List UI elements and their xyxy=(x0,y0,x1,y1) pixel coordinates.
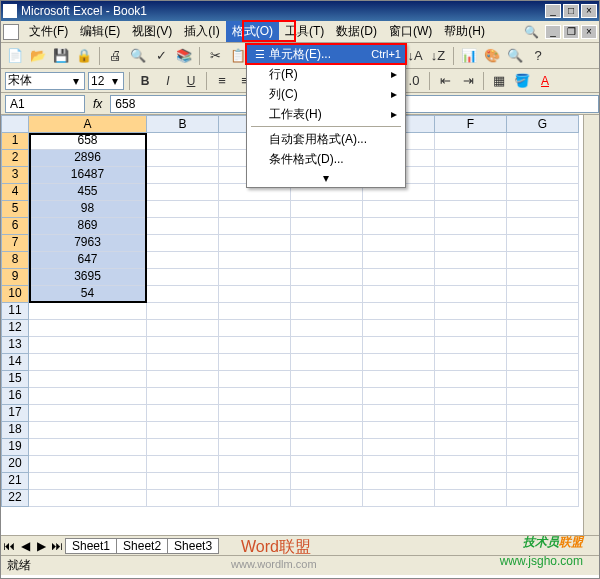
fill-color-icon[interactable]: 🪣 xyxy=(512,71,532,91)
cell-A2[interactable]: 2896 xyxy=(29,150,147,167)
cell-E7[interactable] xyxy=(363,235,435,252)
cell-D9[interactable] xyxy=(291,269,363,286)
menu-edit[interactable]: 编辑(E) xyxy=(74,21,126,42)
row-header-14[interactable]: 14 xyxy=(1,354,29,371)
cell-F10[interactable] xyxy=(435,286,507,303)
cell-F17[interactable] xyxy=(435,405,507,422)
menu-view[interactable]: 视图(V) xyxy=(126,21,178,42)
menu-help[interactable]: 帮助(H) xyxy=(438,21,491,42)
select-all-corner[interactable] xyxy=(1,115,29,133)
menu-file[interactable]: 文件(F) xyxy=(23,21,74,42)
col-header-A[interactable]: A xyxy=(29,115,147,133)
cell-D10[interactable] xyxy=(291,286,363,303)
cell-A15[interactable] xyxy=(29,371,147,388)
zoom-icon[interactable]: 🔍 xyxy=(505,46,525,66)
tab-sheet1[interactable]: Sheet1 xyxy=(65,538,117,554)
sort-desc-icon[interactable]: ↓Z xyxy=(428,46,448,66)
decrease-decimal-icon[interactable]: .0 xyxy=(404,71,424,91)
cell-D5[interactable] xyxy=(291,201,363,218)
cell-C22[interactable] xyxy=(219,490,291,507)
cell-G1[interactable] xyxy=(507,133,579,150)
font-color-icon[interactable]: A xyxy=(535,71,555,91)
cell-A6[interactable]: 869 xyxy=(29,218,147,235)
cell-D20[interactable] xyxy=(291,456,363,473)
cell-F19[interactable] xyxy=(435,439,507,456)
doc-close-button[interactable]: × xyxy=(581,25,597,39)
tab-last-icon[interactable]: ⏭ xyxy=(49,539,65,553)
cell-G6[interactable] xyxy=(507,218,579,235)
cell-E12[interactable] xyxy=(363,320,435,337)
cell-B21[interactable] xyxy=(147,473,219,490)
cell-A8[interactable]: 647 xyxy=(29,252,147,269)
align-left-icon[interactable]: ≡ xyxy=(212,71,232,91)
cell-F1[interactable] xyxy=(435,133,507,150)
cell-A11[interactable] xyxy=(29,303,147,320)
doc-restore-button[interactable]: ❐ xyxy=(563,25,579,39)
help-icon[interactable]: ? xyxy=(528,46,548,66)
col-header-B[interactable]: B xyxy=(147,115,219,133)
drawing-icon[interactable]: 🎨 xyxy=(482,46,502,66)
cell-G2[interactable] xyxy=(507,150,579,167)
cell-C7[interactable] xyxy=(219,235,291,252)
cell-E6[interactable] xyxy=(363,218,435,235)
cell-E14[interactable] xyxy=(363,354,435,371)
cell-B14[interactable] xyxy=(147,354,219,371)
spell-icon[interactable]: ✓ xyxy=(151,46,171,66)
cell-A1[interactable]: 658 xyxy=(29,133,147,150)
cell-E9[interactable] xyxy=(363,269,435,286)
cell-A16[interactable] xyxy=(29,388,147,405)
row-header-17[interactable]: 17 xyxy=(1,405,29,422)
vertical-scrollbar[interactable] xyxy=(583,115,599,535)
cell-G13[interactable] xyxy=(507,337,579,354)
cell-F13[interactable] xyxy=(435,337,507,354)
cell-D13[interactable] xyxy=(291,337,363,354)
cell-E22[interactable] xyxy=(363,490,435,507)
menu-item-row[interactable]: 行(R)▸ xyxy=(247,64,405,84)
cell-A22[interactable] xyxy=(29,490,147,507)
cell-A5[interactable]: 98 xyxy=(29,201,147,218)
row-header-5[interactable]: 5 xyxy=(1,201,29,218)
cell-A12[interactable] xyxy=(29,320,147,337)
tab-next-icon[interactable]: ▶ xyxy=(33,539,49,553)
cell-C10[interactable] xyxy=(219,286,291,303)
cell-D11[interactable] xyxy=(291,303,363,320)
cell-C19[interactable] xyxy=(219,439,291,456)
cell-D6[interactable] xyxy=(291,218,363,235)
row-header-16[interactable]: 16 xyxy=(1,388,29,405)
cell-B4[interactable] xyxy=(147,184,219,201)
cell-A7[interactable]: 7963 xyxy=(29,235,147,252)
cell-A4[interactable]: 455 xyxy=(29,184,147,201)
font-name-combo[interactable]: 宋体▾ xyxy=(5,72,85,90)
cell-G22[interactable] xyxy=(507,490,579,507)
cell-G15[interactable] xyxy=(507,371,579,388)
new-icon[interactable]: 📄 xyxy=(5,46,25,66)
menu-data[interactable]: 数据(D) xyxy=(330,21,383,42)
cell-B11[interactable] xyxy=(147,303,219,320)
borders-icon[interactable]: ▦ xyxy=(489,71,509,91)
cell-F9[interactable] xyxy=(435,269,507,286)
menu-item-condformat[interactable]: 条件格式(D)... xyxy=(247,149,405,169)
cell-E17[interactable] xyxy=(363,405,435,422)
menu-insert[interactable]: 插入(I) xyxy=(178,21,225,42)
cell-B6[interactable] xyxy=(147,218,219,235)
italic-icon[interactable]: I xyxy=(158,71,178,91)
preview-icon[interactable]: 🔍 xyxy=(128,46,148,66)
cell-F6[interactable] xyxy=(435,218,507,235)
workbook-icon[interactable] xyxy=(3,24,19,40)
cell-C5[interactable] xyxy=(219,201,291,218)
menu-item-autoformat[interactable]: 自动套用格式(A)... xyxy=(247,129,405,149)
col-header-G[interactable]: G xyxy=(507,115,579,133)
cell-C15[interactable] xyxy=(219,371,291,388)
cell-B20[interactable] xyxy=(147,456,219,473)
cell-C14[interactable] xyxy=(219,354,291,371)
cell-C20[interactable] xyxy=(219,456,291,473)
cell-F5[interactable] xyxy=(435,201,507,218)
cell-F22[interactable] xyxy=(435,490,507,507)
row-header-10[interactable]: 10 xyxy=(1,286,29,303)
sort-asc-icon[interactable]: ↓A xyxy=(405,46,425,66)
cell-C18[interactable] xyxy=(219,422,291,439)
row-header-11[interactable]: 11 xyxy=(1,303,29,320)
research-icon[interactable]: 📚 xyxy=(174,46,194,66)
cell-G20[interactable] xyxy=(507,456,579,473)
cell-G16[interactable] xyxy=(507,388,579,405)
